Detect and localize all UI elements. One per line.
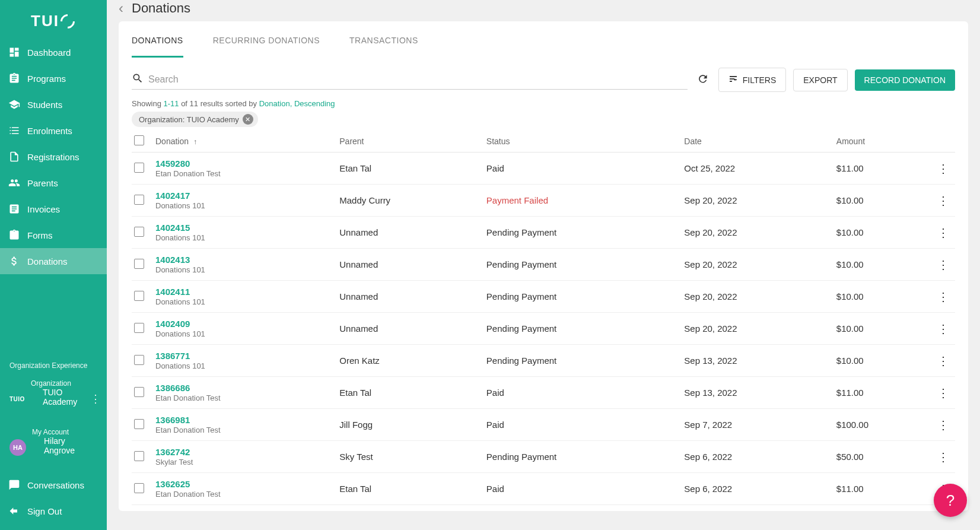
org-mini-logo: TUIO bbox=[9, 396, 25, 402]
col-amount[interactable]: Amount bbox=[834, 131, 931, 153]
row-menu-icon[interactable]: ⋮ bbox=[931, 441, 955, 473]
help-fab[interactable]: ? bbox=[934, 484, 967, 517]
chat-icon bbox=[8, 479, 20, 491]
row-checkbox[interactable] bbox=[134, 483, 144, 493]
row-checkbox[interactable] bbox=[134, 291, 144, 301]
select-all-checkbox[interactable] bbox=[134, 135, 144, 145]
sidebar-item-signout[interactable]: Sign Out bbox=[0, 498, 107, 524]
row-checkbox[interactable] bbox=[134, 355, 144, 365]
record-donation-button[interactable]: RECORD DONATION bbox=[855, 69, 955, 91]
donation-id-link[interactable]: 1402415 bbox=[155, 223, 335, 233]
amount-cell: $11.00 bbox=[834, 153, 931, 185]
export-button[interactable]: EXPORT bbox=[793, 69, 847, 91]
sidebar-item-programs[interactable]: Programs bbox=[0, 65, 107, 91]
col-status[interactable]: Status bbox=[484, 131, 682, 153]
org-experience-label: Organization Experience bbox=[0, 358, 107, 375]
donation-sub: Etan Donation Test bbox=[155, 426, 335, 434]
sidebar-item-parents[interactable]: Parents bbox=[0, 170, 107, 196]
sidebar-item-dashboard[interactable]: Dashboard bbox=[0, 39, 107, 65]
donation-id-link[interactable]: 1362625 bbox=[155, 479, 335, 489]
status-cell: Paid bbox=[484, 473, 682, 505]
donations-table: Donation↑ Parent Status Date Amount 1459… bbox=[132, 131, 955, 505]
row-menu-icon[interactable]: ⋮ bbox=[931, 185, 955, 217]
status-cell: Pending Payment bbox=[484, 217, 682, 249]
chip-remove-icon[interactable]: ✕ bbox=[243, 114, 253, 125]
table-row: 1362742Skylar TestSky TestPending Paymen… bbox=[132, 441, 955, 473]
export-label: EXPORT bbox=[803, 75, 837, 85]
row-checkbox[interactable] bbox=[134, 227, 144, 237]
sidebar-bottom: Organization Experience TUIO Organizatio… bbox=[0, 352, 107, 530]
col-donation[interactable]: Donation↑ bbox=[153, 131, 337, 153]
row-checkbox[interactable] bbox=[134, 419, 144, 429]
sidebar-item-donations[interactable]: Donations bbox=[0, 248, 107, 274]
row-menu-icon[interactable]: ⋮ bbox=[931, 153, 955, 185]
row-checkbox[interactable] bbox=[134, 259, 144, 269]
donation-id-link[interactable]: 1402409 bbox=[155, 319, 335, 329]
tab-recurring-donations[interactable]: RECURRING DONATIONS bbox=[213, 33, 320, 58]
donation-id-link[interactable]: 1402417 bbox=[155, 191, 335, 201]
sidebar-item-conversations[interactable]: Conversations bbox=[0, 472, 107, 498]
sidebar-item-students[interactable]: Students bbox=[0, 91, 107, 118]
sidebar-item-label: Students bbox=[27, 100, 62, 110]
content-card: DONATIONSRECURRING DONATIONSTRANSACTIONS… bbox=[119, 21, 968, 511]
donation-sub: Etan Donation Test bbox=[155, 393, 335, 402]
row-checkbox[interactable] bbox=[134, 195, 144, 205]
table-row: 1366981Etan Donation TestJill FoggPaidSe… bbox=[132, 409, 955, 441]
row-checkbox[interactable] bbox=[134, 387, 144, 397]
row-menu-icon[interactable]: ⋮ bbox=[931, 409, 955, 441]
donation-id-link[interactable]: 1402411 bbox=[155, 287, 335, 297]
donation-id-link[interactable]: 1459280 bbox=[155, 158, 335, 169]
status-cell: Paid bbox=[484, 409, 682, 441]
col-date[interactable]: Date bbox=[682, 131, 834, 153]
filters-button[interactable]: FILTERS bbox=[718, 68, 787, 92]
org-switcher[interactable]: TUIO Organization TUIO Academy ⋮ bbox=[0, 375, 107, 423]
account-name: Hilary Angrove bbox=[32, 436, 97, 467]
sort-field-link[interactable]: Donation bbox=[259, 99, 290, 108]
sidebar-item-label: Registrations bbox=[27, 152, 79, 162]
search-input[interactable] bbox=[148, 74, 688, 85]
sidebar-item-forms[interactable]: Forms bbox=[0, 222, 107, 248]
row-checkbox[interactable] bbox=[134, 451, 144, 461]
row-menu-icon[interactable]: ⋮ bbox=[931, 377, 955, 409]
sidebar-item-label: Forms bbox=[27, 230, 53, 240]
record-label: RECORD DONATION bbox=[864, 75, 946, 85]
sidebar-item-invoices[interactable]: Invoices bbox=[0, 196, 107, 222]
sidebar-item-enrolments[interactable]: Enrolments bbox=[0, 118, 107, 144]
row-menu-icon[interactable]: ⋮ bbox=[931, 345, 955, 377]
donation-id-link[interactable]: 1402413 bbox=[155, 255, 335, 265]
sort-dir-link[interactable]: Descending bbox=[294, 99, 335, 108]
tab-donations[interactable]: DONATIONS bbox=[132, 33, 183, 58]
logo: TUI bbox=[0, 0, 107, 39]
results-summary: Showing 1-11 of 11 results sorted by Don… bbox=[132, 94, 955, 112]
col-parent[interactable]: Parent bbox=[337, 131, 484, 153]
row-checkbox[interactable] bbox=[134, 163, 144, 173]
money-icon bbox=[8, 255, 20, 267]
org-label: Organization bbox=[31, 379, 97, 388]
donation-id-link[interactable]: 1386686 bbox=[155, 383, 335, 393]
row-menu-icon[interactable]: ⋮ bbox=[931, 313, 955, 345]
date-cell: Sep 6, 2022 bbox=[682, 441, 834, 473]
school-icon bbox=[8, 99, 20, 110]
date-cell: Sep 20, 2022 bbox=[682, 217, 834, 249]
parent-cell: Oren Katz bbox=[337, 345, 484, 377]
sidebar-item-label: Conversations bbox=[27, 480, 84, 490]
row-menu-icon[interactable]: ⋮ bbox=[931, 217, 955, 249]
donation-id-link[interactable]: 1362742 bbox=[155, 447, 335, 457]
table-row: 1386686Etan Donation TestEtan TalPaidSep… bbox=[132, 377, 955, 409]
donation-sub: Donations 101 bbox=[155, 265, 335, 274]
row-menu-icon[interactable]: ⋮ bbox=[931, 281, 955, 313]
clipboard-icon bbox=[8, 229, 20, 241]
tab-transactions[interactable]: TRANSACTIONS bbox=[349, 33, 418, 58]
back-chevron-icon[interactable]: ‹ bbox=[119, 0, 123, 17]
org-kebab-icon[interactable]: ⋮ bbox=[90, 392, 101, 405]
donation-sub: Donations 101 bbox=[155, 361, 335, 370]
account-block[interactable]: HA My Account Hilary Angrove bbox=[0, 423, 107, 472]
parent-cell: Unnamed bbox=[337, 217, 484, 249]
row-menu-icon[interactable]: ⋮ bbox=[931, 249, 955, 281]
sidebar-item-label: Enrolments bbox=[27, 126, 72, 136]
donation-id-link[interactable]: 1386771 bbox=[155, 351, 335, 361]
refresh-button[interactable] bbox=[695, 71, 711, 90]
sidebar-item-registrations[interactable]: Registrations bbox=[0, 144, 107, 170]
row-checkbox[interactable] bbox=[134, 323, 144, 333]
donation-id-link[interactable]: 1366981 bbox=[155, 415, 335, 425]
